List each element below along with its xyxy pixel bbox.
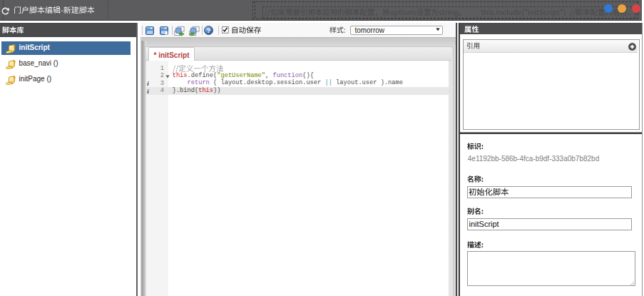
svg-text:?: ? [207,27,211,34]
